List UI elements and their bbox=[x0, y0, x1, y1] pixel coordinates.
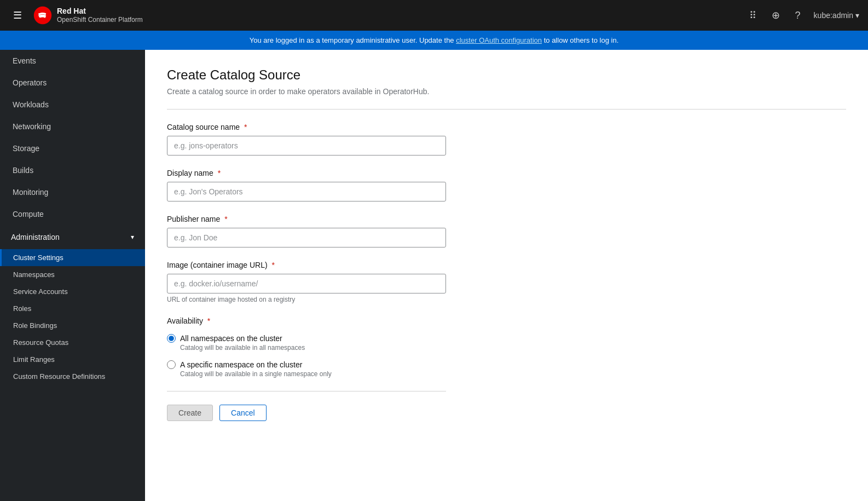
availability-label: Availability * bbox=[167, 316, 846, 325]
required-indicator-publisher: * bbox=[224, 215, 227, 223]
brand: Red Hat OpenShift Container Platform bbox=[33, 5, 143, 25]
help-button[interactable]: ? bbox=[793, 8, 803, 24]
sidebar-sub-item-cluster-settings[interactable]: Cluster Settings bbox=[0, 249, 145, 266]
info-banner: You are logged in as a temporary adminis… bbox=[0, 31, 868, 50]
button-row: Create Cancel bbox=[167, 405, 846, 421]
catalog-source-name-group: Catalog source name * bbox=[167, 123, 446, 156]
redhat-logo bbox=[33, 5, 53, 25]
brand-text: Red Hat OpenShift Container Platform bbox=[57, 6, 143, 25]
image-input[interactable] bbox=[167, 274, 446, 293]
sidebar-section-administration[interactable]: Administration ▾ bbox=[0, 225, 145, 249]
required-indicator-display: * bbox=[218, 169, 221, 177]
sidebar-sub-item-crd[interactable]: Custom Resource Definitions bbox=[0, 368, 145, 385]
publisher-name-input[interactable] bbox=[167, 228, 446, 247]
catalog-source-name-label: Catalog source name * bbox=[167, 123, 446, 131]
radio-hint-specific-namespace: Catalog will be available in a single na… bbox=[180, 370, 846, 378]
sidebar-item-workloads[interactable]: Workloads bbox=[0, 94, 145, 116]
display-name-input[interactable] bbox=[167, 182, 446, 201]
sidebar-item-builds[interactable]: Builds bbox=[0, 159, 145, 181]
chevron-down-icon: ▾ bbox=[131, 233, 134, 241]
required-indicator-image: * bbox=[272, 261, 275, 269]
sidebar-item-compute[interactable]: Compute bbox=[0, 203, 145, 225]
form-top-divider bbox=[167, 109, 846, 110]
create-button[interactable]: Create bbox=[167, 405, 213, 421]
radio-label-specific-namespace[interactable]: A specific namespace on the cluster bbox=[167, 360, 846, 369]
radio-label-all-namespaces[interactable]: All namespaces on the cluster bbox=[167, 334, 846, 343]
oauth-config-link[interactable]: cluster OAuth configuration bbox=[456, 36, 542, 44]
sidebar-item-storage[interactable]: Storage bbox=[0, 137, 145, 159]
radio-hint-all-namespaces: Catalog will be available in all namespa… bbox=[180, 344, 846, 352]
main-content: Create Catalog Source Create a catalog s… bbox=[145, 50, 868, 501]
sidebar: Events Operators Workloads Networking St… bbox=[0, 50, 145, 501]
sidebar-sub-item-resource-quotas[interactable]: Resource Quotas bbox=[0, 334, 145, 351]
apps-grid-button[interactable]: ⠿ bbox=[747, 7, 759, 24]
hamburger-button[interactable]: ☰ bbox=[9, 7, 26, 24]
publisher-name-label: Publisher name * bbox=[167, 215, 446, 223]
add-button[interactable]: ⊕ bbox=[769, 7, 782, 24]
sidebar-item-monitoring[interactable]: Monitoring bbox=[0, 181, 145, 203]
sidebar-sub-item-roles[interactable]: Roles bbox=[0, 300, 145, 317]
sidebar-sub-item-namespaces[interactable]: Namespaces bbox=[0, 266, 145, 283]
top-nav: ☰ Red Hat OpenShift Container Platform ⠿… bbox=[0, 0, 868, 31]
catalog-source-name-input[interactable] bbox=[167, 136, 446, 156]
radio-specific-namespace[interactable] bbox=[167, 360, 176, 369]
sidebar-sub-item-role-bindings[interactable]: Role Bindings bbox=[0, 317, 145, 334]
sidebar-item-operators[interactable]: Operators bbox=[0, 72, 145, 94]
page-subtitle: Create a catalog source in order to make… bbox=[167, 87, 846, 96]
required-indicator: * bbox=[244, 123, 247, 131]
availability-section: Availability * All namespaces on the clu… bbox=[167, 316, 846, 378]
image-label: Image (container image URL) * bbox=[167, 261, 446, 269]
sidebar-item-events[interactable]: Events bbox=[0, 50, 145, 72]
page-title: Create Catalog Source bbox=[167, 67, 846, 83]
sidebar-sub-item-service-accounts[interactable]: Service Accounts bbox=[0, 283, 145, 300]
publisher-name-group: Publisher name * bbox=[167, 215, 446, 247]
image-hint: URL of container image hosted on a regis… bbox=[167, 296, 446, 303]
radio-option-all-namespaces: All namespaces on the cluster Catalog wi… bbox=[167, 334, 846, 352]
radio-option-specific-namespace: A specific namespace on the cluster Cata… bbox=[167, 360, 846, 378]
required-indicator-availability: * bbox=[207, 316, 210, 325]
image-group: Image (container image URL) * URL of con… bbox=[167, 261, 446, 303]
sidebar-sub-item-limit-ranges[interactable]: Limit Ranges bbox=[0, 351, 145, 368]
form-bottom-divider bbox=[167, 391, 446, 391]
display-name-label: Display name * bbox=[167, 169, 446, 177]
user-menu-button[interactable]: kube:admin ▾ bbox=[814, 11, 859, 20]
sidebar-item-networking[interactable]: Networking bbox=[0, 116, 145, 137]
radio-all-namespaces[interactable] bbox=[167, 334, 176, 343]
cancel-button[interactable]: Cancel bbox=[219, 405, 267, 421]
display-name-group: Display name * bbox=[167, 169, 446, 201]
